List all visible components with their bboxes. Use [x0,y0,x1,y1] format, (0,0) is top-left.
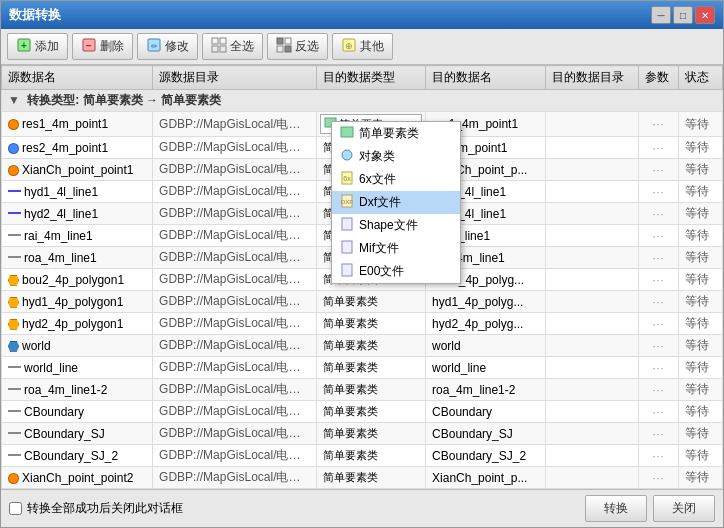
table-row[interactable]: hyd2_4p_polygon1 GDBP://MapGisLocal/电子M … [2,313,723,335]
bottom-left: 转换全部成功后关闭此对话框 [9,500,183,517]
minimize-button[interactable]: ─ [651,6,671,24]
status-text: 等待 [685,470,709,484]
line-icon [8,410,21,412]
params-cell[interactable]: ··· [638,401,678,423]
params-dots[interactable]: ··· [653,142,665,154]
params-dots[interactable]: ··· [653,186,665,198]
auto-close-label[interactable]: 转换全部成功后关闭此对话框 [27,500,183,517]
dropdown-item-label: 6x文件 [359,171,396,188]
table-row[interactable]: res2_4m_point1-2 GDBP://MapGisLocal/电子M … [2,489,723,490]
table-row[interactable]: world GDBP://MapGisLocal/电子M 简单要素类 world… [2,335,723,357]
close-dialog-button[interactable]: 关闭 [653,495,715,522]
params-dots[interactable]: ··· [653,164,665,176]
dropdown-item[interactable]: Mif文件 [332,237,460,260]
dest-name-cell: CBoundary_SJ [426,423,546,445]
status-cell: 等待 [679,225,723,247]
params-cell[interactable]: ··· [638,379,678,401]
table-row[interactable]: CBoundary_SJ_2 GDBP://MapGisLocal/电子M 简单… [2,445,723,467]
dropdown-item[interactable]: Shape文件 [332,214,460,237]
dest-name-cell: world_line [426,357,546,379]
params-dots[interactable]: ··· [653,472,665,484]
polygon-icon [8,275,19,286]
params-dots[interactable]: ··· [653,296,665,308]
dropdown-item-label: 对象类 [359,148,395,165]
convert-button[interactable]: 转换 [585,495,647,522]
source-dir-cell: GDBP://MapGisLocal/电子M [153,401,317,423]
params-cell[interactable]: ··· [638,203,678,225]
status-cell: 等待 [679,467,723,489]
dest-dir-cell [546,445,639,467]
params-dots[interactable]: ··· [653,362,665,374]
params-dots[interactable]: ··· [653,118,665,130]
params-dots[interactable]: ··· [653,252,665,264]
params-cell[interactable]: ··· [638,467,678,489]
collapse-icon[interactable]: ▼ [8,93,20,107]
status-cell: 等待 [679,357,723,379]
dest-type-cell: 简单要素类 [316,313,425,335]
params-dots[interactable]: ··· [653,208,665,220]
params-dots[interactable]: ··· [653,340,665,352]
dropdown-item[interactable]: 对象类 [332,145,460,168]
params-cell[interactable]: ··· [638,423,678,445]
close-button[interactable]: ✕ [695,6,715,24]
modify-button[interactable]: ✏ 修改 [137,33,198,60]
other-button[interactable]: ⊕ 其他 [332,33,393,60]
params-dots[interactable]: ··· [653,406,665,418]
table-row[interactable]: CBoundary GDBP://MapGisLocal/电子M 简单要素类 C… [2,401,723,423]
dropdown-item-label: 简单要素类 [359,125,419,142]
table-row[interactable]: world_line GDBP://MapGisLocal/电子M 简单要素类 … [2,357,723,379]
add-button[interactable]: + 添加 [7,33,68,60]
params-cell[interactable]: ··· [638,225,678,247]
params-cell[interactable]: ··· [638,291,678,313]
selectall-button[interactable]: 全选 [202,33,263,60]
params-cell[interactable]: ··· [638,445,678,467]
type-dropdown[interactable]: 简单要素类 对象类 6x 6x文件 DXF Dxf文件 Shape文件 Mif文… [331,121,461,284]
dropdown-item[interactable]: DXF Dxf文件 [332,191,460,214]
params-cell[interactable]: ··· [638,357,678,379]
invert-label: 反选 [295,38,319,55]
dropdown-item[interactable]: 简单要素类 [332,122,460,145]
svg-text:6x: 6x [343,175,351,182]
maximize-button[interactable]: □ [673,6,693,24]
dest-dir-cell [546,291,639,313]
auto-close-checkbox[interactable] [9,502,22,515]
params-dots[interactable]: ··· [653,274,665,286]
svg-rect-7 [220,38,226,44]
params-cell[interactable]: ··· [638,269,678,291]
params-dots[interactable]: ··· [653,450,665,462]
svg-rect-17 [341,127,353,137]
source-name-text: CBoundary [24,405,84,419]
params-cell[interactable]: ··· [638,137,678,159]
params-dots[interactable]: ··· [653,428,665,440]
status-cell: 等待 [679,112,723,137]
table-row[interactable]: roa_4m_line1-2 GDBP://MapGisLocal/电子M 简单… [2,379,723,401]
params-cell[interactable]: ··· [638,247,678,269]
bottom-right: 转换 关闭 [585,495,715,522]
table-row[interactable]: XianCh_point_point2 GDBP://MapGisLocal/电… [2,467,723,489]
dropdown-item[interactable]: 6x 6x文件 [332,168,460,191]
source-name-cell: hyd1_4l_line1 [2,181,153,203]
table-row[interactable]: hyd1_4p_polygon1 GDBP://MapGisLocal/电子M … [2,291,723,313]
dropdown-item-icon [340,125,354,142]
source-name-text: XianCh_point_point2 [22,471,133,485]
params-cell[interactable]: ··· [638,181,678,203]
table-row[interactable]: CBoundary_SJ GDBP://MapGisLocal/电子M 简单要素… [2,423,723,445]
group-label: ▼ 转换类型: 简单要素类 → 简单要素类 [2,90,723,112]
params-dots[interactable]: ··· [653,230,665,242]
params-cell[interactable]: ··· [638,112,678,137]
selectall-label: 全选 [230,38,254,55]
svg-rect-12 [277,46,283,52]
status-text: 等待 [685,140,709,154]
invert-button[interactable]: 反选 [267,33,328,60]
params-cell[interactable]: ··· [638,313,678,335]
delete-button[interactable]: − 删除 [72,33,133,60]
params-cell[interactable]: ··· [638,335,678,357]
params-cell[interactable]: ··· [638,159,678,181]
params-cell[interactable]: ··· [638,489,678,490]
dropdown-item[interactable]: E00文件 [332,260,460,283]
source-name-cell: res2_4m_point1-2 [2,489,153,490]
params-dots[interactable]: ··· [653,318,665,330]
table-container[interactable]: 源数据名 源数据目录 目的数据类型 目的数据名 目的数据目录 参数 状态 ▼ 转… [1,65,723,489]
params-dots[interactable]: ··· [653,384,665,396]
dropdown-item-icon [340,148,354,165]
